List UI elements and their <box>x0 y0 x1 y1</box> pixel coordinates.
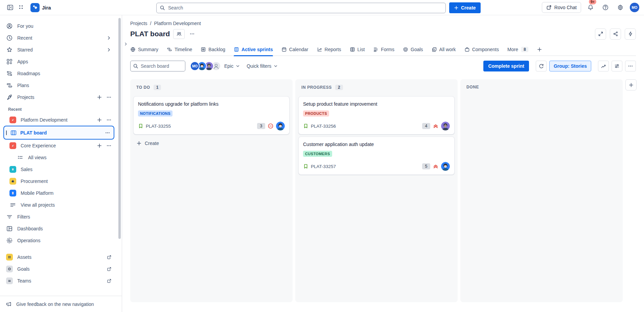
automation-button[interactable] <box>625 28 636 40</box>
sidebar-item-apps[interactable]: Apps <box>3 56 114 67</box>
add-column-button[interactable] <box>625 79 637 90</box>
quick-filters-dropdown[interactable]: Quick filters <box>243 61 281 71</box>
sidebar-item-view-all-projects[interactable]: View all projects <box>7 199 114 211</box>
tab-calendar[interactable]: Calendar <box>281 43 308 56</box>
assignee-avatar[interactable] <box>441 162 450 171</box>
board-people-button[interactable] <box>173 29 185 39</box>
jira-logo-icon[interactable] <box>30 3 40 12</box>
column-create-button[interactable]: Create <box>133 137 290 149</box>
tab-summary[interactable]: Summary <box>130 43 158 56</box>
sidebar-item-plat-board[interactable]: PLAT board <box>3 126 114 140</box>
sidebar-item-goals[interactable]: Goals <box>3 263 114 275</box>
estimate-badge: 4 <box>422 123 430 129</box>
sidebar-item-procurement[interactable]: Procurement <box>7 175 114 187</box>
tab-goals[interactable]: Goals <box>403 43 423 56</box>
forms-icon <box>373 47 378 52</box>
sidebar-item-all-views[interactable]: All views <box>14 151 114 163</box>
more-options-icon[interactable] <box>106 117 112 123</box>
tab-reports[interactable]: Reports <box>317 43 341 56</box>
checkbox-stack-icon <box>432 47 437 52</box>
sidebar-item-label: Teams <box>17 278 31 284</box>
issue-card-plat-33256[interactable]: Setup product feature improvement PRODUC… <box>298 96 455 134</box>
add-project-button[interactable] <box>97 95 102 100</box>
collapse-sidebar-button[interactable] <box>5 2 16 13</box>
insights-button[interactable] <box>598 61 609 71</box>
sidebar-item-sales[interactable]: Sales <box>7 163 114 175</box>
sidebar-item-label: Recent <box>17 35 32 41</box>
chevron-right-icon[interactable] <box>106 35 112 41</box>
top-navigation-bar: Jira Create Rovo Chat 9+ <box>0 0 644 15</box>
tab-list[interactable]: List <box>350 43 365 56</box>
chevron-right-icon[interactable] <box>106 47 112 53</box>
fullscreen-button[interactable] <box>595 28 606 40</box>
share-button[interactable] <box>610 28 621 40</box>
sidebar-item-teams[interactable]: Teams <box>3 275 114 287</box>
project-tile-icon <box>9 142 16 149</box>
group-by-button[interactable]: Group: Stories <box>549 61 591 71</box>
issue-card-plat-33257[interactable]: Customer application auth update CUSTOME… <box>298 137 455 175</box>
sidebar-item-dashboards[interactable]: Dashboards <box>3 223 114 234</box>
issue-key[interactable]: PLAT-33255 <box>146 124 171 129</box>
issue-card-plat-33255[interactable]: Notifications upgrade for platform links… <box>133 96 290 134</box>
sidebar-item-projects[interactable]: Projects <box>3 91 114 103</box>
sidebar-item-mobile-platform[interactable]: Mobile Platform <box>7 187 114 199</box>
add-tab-button[interactable] <box>537 43 542 56</box>
column-count-badge: 1 <box>154 85 161 90</box>
assignee-avatar[interactable] <box>276 122 285 130</box>
rovo-chat-button[interactable]: Rovo Chat <box>542 2 581 13</box>
sidebar-item-operations[interactable]: Operations <box>3 234 114 246</box>
more-options-icon[interactable] <box>105 130 110 136</box>
board-more-options-button[interactable] <box>188 31 196 37</box>
avatar-mo[interactable]: MO <box>190 61 200 71</box>
issue-key[interactable]: PLAT-33257 <box>311 164 336 169</box>
add-icon[interactable] <box>97 143 102 148</box>
view-settings-button[interactable] <box>612 61 622 71</box>
sidebar-item-for-you[interactable]: For you <box>3 20 114 32</box>
tab-forms[interactable]: Forms <box>373 43 394 56</box>
sidebar-item-starred[interactable]: Starred <box>3 44 114 56</box>
settings-button[interactable] <box>615 2 626 13</box>
sidebar-item-label: Operations <box>17 238 40 243</box>
board-more-button[interactable] <box>625 61 636 71</box>
tab-active-sprints[interactable]: Active sprints <box>234 43 273 56</box>
tab-timeline[interactable]: Timeline <box>167 43 192 56</box>
complete-sprint-button[interactable]: Complete sprint <box>483 61 529 71</box>
issue-key[interactable]: PLAT-33256 <box>311 124 336 129</box>
dashboards-icon <box>6 225 13 232</box>
sidebar-item-filters[interactable]: Filters <box>3 211 114 223</box>
sidebar-scrollbar[interactable] <box>118 18 121 239</box>
app-switcher-button[interactable] <box>16 2 26 13</box>
bell-icon <box>587 4 594 11</box>
assignee-avatar[interactable] <box>441 122 450 130</box>
active-item-indicator <box>6 130 7 135</box>
sidebar-item-platform-development[interactable]: Platform Development <box>7 114 114 126</box>
breadcrumb-project-name[interactable]: Platform Development <box>154 21 201 26</box>
sidebar-item-label: Sales <box>21 167 32 172</box>
more-options-icon[interactable] <box>106 143 112 148</box>
rocket-icon <box>6 94 13 101</box>
sprint-cycle-button[interactable] <box>536 61 547 71</box>
add-icon[interactable] <box>97 117 102 123</box>
global-search-input[interactable] <box>156 3 446 13</box>
sidebar-item-core-experience[interactable]: Core Experience <box>7 140 114 151</box>
board-search-input[interactable] <box>130 61 185 71</box>
breadcrumb-projects[interactable]: Projects <box>130 21 147 26</box>
sidebar-item-recent[interactable]: Recent <box>3 32 114 44</box>
notifications-button[interactable]: 9+ <box>585 2 596 13</box>
sidebar-item-roadmaps[interactable]: Roadmaps <box>3 67 114 79</box>
sidebar-item-assets[interactable]: Assets <box>3 251 114 263</box>
tab-backlog[interactable]: Backlog <box>201 43 225 56</box>
sidebar-resize-chevron-icon[interactable] <box>123 42 128 46</box>
sidebar-item-plans[interactable]: Plans <box>3 79 114 91</box>
tab-label: More <box>507 47 518 52</box>
create-button[interactable]: Create <box>449 2 481 13</box>
epic-filter-dropdown[interactable]: Epic <box>221 61 243 71</box>
tab-more[interactable]: More 8 <box>507 43 528 56</box>
more-options-icon[interactable] <box>106 95 112 100</box>
tab-all-work[interactable]: All work <box>432 43 456 56</box>
issue-label-tag: PRODUCTS <box>303 110 329 117</box>
tab-components[interactable]: Components <box>464 43 499 56</box>
feedback-link[interactable]: Give feedback on the new navigation <box>0 296 122 312</box>
help-button[interactable] <box>600 2 611 13</box>
profile-avatar[interactable]: MO <box>630 3 639 12</box>
